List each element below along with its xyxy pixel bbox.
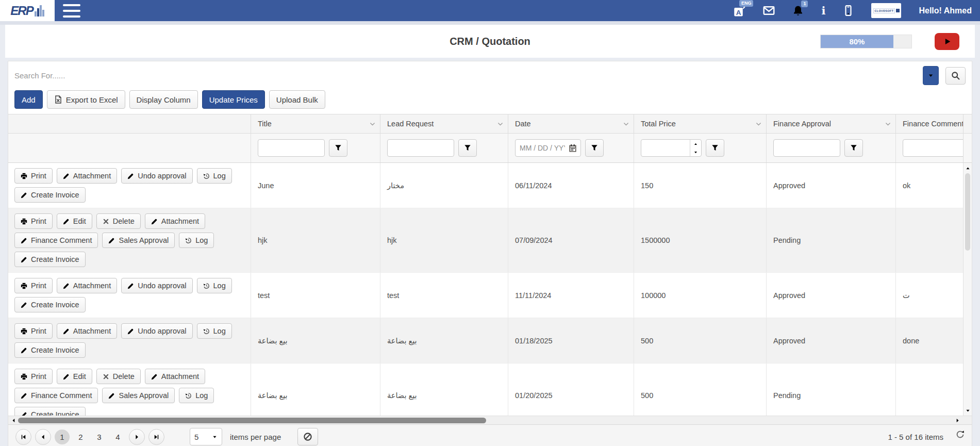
row-action-create-invoice-button[interactable]: Create Invoice xyxy=(14,187,86,203)
pager-page-4[interactable]: 4 xyxy=(110,430,125,444)
scroll-down-button[interactable] xyxy=(964,406,972,415)
row-action-undo-approval-button[interactable]: Undo approval xyxy=(121,168,192,184)
info-button[interactable]: i xyxy=(821,6,825,16)
pager-first-button[interactable] xyxy=(15,429,31,445)
pager-next-button[interactable] xyxy=(129,429,145,445)
filter-lead-request-button[interactable] xyxy=(458,139,477,157)
row-action-sales-approval-button[interactable]: Sales Approval xyxy=(102,233,175,248)
vertical-scroll-thumb[interactable] xyxy=(965,173,970,251)
column-header-actions xyxy=(8,114,251,133)
filter-finance-comment-input[interactable] xyxy=(903,139,963,157)
pager-page-2[interactable]: 2 xyxy=(73,430,88,444)
page-size-select[interactable]: 5 xyxy=(190,428,222,445)
column-header-lead-request[interactable]: Lead Request xyxy=(380,114,508,133)
add-button[interactable]: Add xyxy=(14,90,43,109)
search-button[interactable] xyxy=(945,67,966,85)
column-header-title[interactable]: Title xyxy=(251,114,380,133)
row-action-attachment-button[interactable]: Attachment xyxy=(145,213,205,229)
scroll-left-button[interactable] xyxy=(9,416,18,424)
column-header-date[interactable]: Date xyxy=(508,114,634,133)
language-button[interactable]: ENG xyxy=(733,5,745,17)
table-cell: hjk xyxy=(251,208,380,272)
pager-page-1[interactable]: 1 xyxy=(55,430,70,444)
filter-finance-approval-button[interactable] xyxy=(844,139,863,157)
pager-prev-button[interactable] xyxy=(35,429,51,445)
upload-bulk-button[interactable]: Upload Bulk xyxy=(269,90,325,109)
column-header-finance-comment[interactable]: Finance Comment xyxy=(895,114,963,133)
spinner-down-button[interactable] xyxy=(690,148,701,156)
filter-lead-request-input[interactable] xyxy=(387,139,454,157)
row-action-edit-button[interactable]: Edit xyxy=(57,213,92,229)
progress-label: 80% xyxy=(849,37,865,46)
display-column-button[interactable]: Display Column xyxy=(129,90,198,109)
page-size-value: 5 xyxy=(194,433,198,441)
update-prices-button[interactable]: Update Prices xyxy=(202,90,265,109)
mail-button[interactable] xyxy=(763,5,775,16)
cancel-button[interactable] xyxy=(297,428,318,445)
filter-title-input[interactable] xyxy=(258,139,325,157)
row-action-print-button[interactable]: Print xyxy=(14,213,53,229)
chevron-down-icon[interactable] xyxy=(755,121,762,127)
row-action-log-button[interactable]: Log xyxy=(179,233,214,248)
pager-page-3[interactable]: 3 xyxy=(92,430,107,444)
row-action-log-button[interactable]: Log xyxy=(197,168,232,184)
row-action-undo-approval-button[interactable]: Undo approval xyxy=(121,323,192,339)
search-input[interactable] xyxy=(14,67,916,85)
spinner-up-button[interactable] xyxy=(690,140,701,148)
row-action-attachment-button[interactable]: Attachment xyxy=(57,278,117,293)
brand-logo-square xyxy=(896,9,900,12)
chevron-down-icon[interactable] xyxy=(497,121,504,127)
row-action-print-button[interactable]: Print xyxy=(14,168,53,184)
row-action-log-button[interactable]: Log xyxy=(179,388,214,403)
pager-last-button[interactable] xyxy=(148,429,164,445)
row-action-create-invoice-button[interactable]: Create Invoice xyxy=(14,252,86,267)
row-action-delete-button[interactable]: Delete xyxy=(96,369,141,384)
user-greeting[interactable]: Hello! Ahmed xyxy=(919,6,972,15)
export-excel-button[interactable]: Export to Excel xyxy=(47,90,125,109)
chevron-down-icon[interactable] xyxy=(369,121,376,127)
filter-date-button[interactable] xyxy=(585,139,604,157)
mobile-app-button[interactable] xyxy=(843,5,854,16)
row-action-create-invoice-button[interactable]: Create Invoice xyxy=(14,297,86,312)
column-header-total-price[interactable]: Total Price xyxy=(634,114,766,133)
vertical-scrollbar[interactable] xyxy=(963,163,972,416)
row-action-attachment-button[interactable]: Attachment xyxy=(145,369,205,384)
chevron-down-icon[interactable] xyxy=(623,121,629,127)
scroll-up-button[interactable] xyxy=(964,164,972,172)
column-header-finance-approval[interactable]: Finance Approval xyxy=(766,114,895,133)
table-cell: 07/09/2024 xyxy=(508,208,634,272)
row-action-delete-button[interactable]: Delete xyxy=(96,213,141,229)
row-action-finance-comment-button[interactable]: Finance Comment xyxy=(14,233,98,248)
row-action-log-button[interactable]: Log xyxy=(197,323,232,339)
horizontal-scrollbar[interactable] xyxy=(8,416,972,424)
hamburger-menu-button[interactable] xyxy=(63,4,80,18)
row-action-create-invoice-button[interactable]: Create Invoice xyxy=(14,407,86,416)
app-logo[interactable]: ERP xyxy=(0,0,55,21)
record-play-button[interactable] xyxy=(935,33,959,50)
row-action-create-invoice-button[interactable]: Create Invoice xyxy=(14,342,86,358)
row-action-sales-approval-button[interactable]: Sales Approval xyxy=(102,388,175,403)
history-icon xyxy=(203,283,210,289)
horizontal-scroll-thumb[interactable] xyxy=(18,418,486,423)
row-action-log-button[interactable]: Log xyxy=(197,278,232,293)
excel-icon xyxy=(54,95,62,104)
row-action-print-button[interactable]: Print xyxy=(14,323,53,339)
row-action-print-button[interactable]: Print xyxy=(14,369,53,384)
chevron-down-icon[interactable] xyxy=(885,121,891,127)
filter-total-price-button[interactable] xyxy=(706,139,724,157)
row-action-print-button[interactable]: Print xyxy=(14,278,53,293)
date-picker-button[interactable] xyxy=(566,142,579,154)
notifications-button[interactable]: 1 xyxy=(792,5,804,16)
row-action-finance-comment-button[interactable]: Finance Comment xyxy=(14,388,98,403)
row-action-attachment-button[interactable]: Attachment xyxy=(57,323,117,339)
row-action-edit-button[interactable]: Edit xyxy=(57,369,92,384)
filter-finance-approval-input[interactable] xyxy=(773,139,840,157)
search-dropdown-button[interactable] xyxy=(923,66,939,85)
filter-title-button[interactable] xyxy=(329,139,347,157)
row-action-undo-approval-button[interactable]: Undo approval xyxy=(121,278,192,293)
filter-cell-lead-request xyxy=(380,134,508,162)
table-cell: June xyxy=(251,163,380,208)
refresh-button[interactable] xyxy=(956,430,965,439)
scroll-right-button[interactable] xyxy=(953,416,961,424)
row-action-attachment-button[interactable]: Attachment xyxy=(57,168,117,184)
